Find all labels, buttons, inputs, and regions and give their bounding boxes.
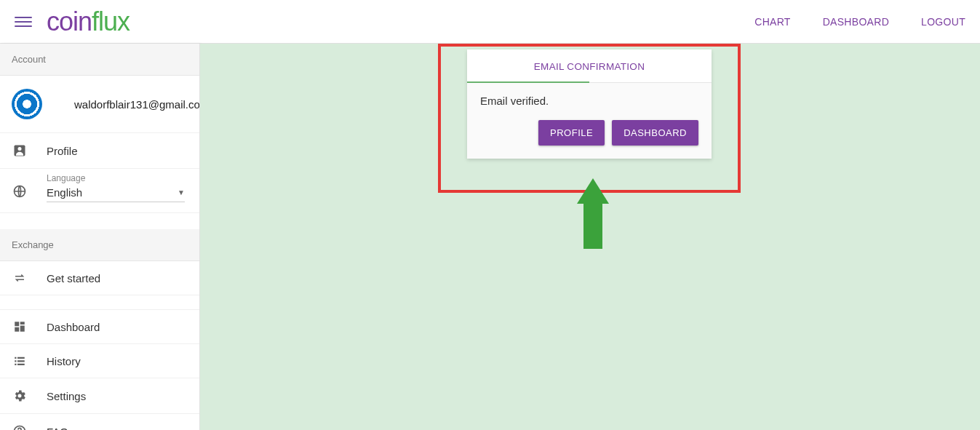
svg-rect-9 <box>15 360 16 362</box>
language-block: Language English ▼ <box>0 169 199 213</box>
sidebar-label-settings: Settings <box>47 390 86 402</box>
help-icon <box>12 424 28 430</box>
top-nav: CHART DASHBOARD LOGOUT <box>754 16 965 28</box>
language-field-label: Language <box>47 173 188 183</box>
svg-rect-8 <box>17 357 25 359</box>
card-actions: PROFILE DASHBOARD <box>480 120 698 146</box>
logo-part1: coin <box>47 7 92 36</box>
language-icon-row <box>0 209 199 229</box>
language-value: English <box>47 186 82 199</box>
svg-rect-7 <box>15 357 16 359</box>
swap-icon <box>12 271 28 284</box>
sidebar: Account waldorfblair131@gmail.com Profil… <box>0 44 200 430</box>
nav-chart-link[interactable]: CHART <box>754 16 790 28</box>
sidebar-item-profile[interactable]: Profile <box>0 133 199 169</box>
nav-logout-link[interactable]: LOGOUT <box>921 16 965 28</box>
sidebar-label-dashboard: Dashboard <box>47 321 100 333</box>
email-confirmation-card: EMAIL CONFIRMATION Email verified. PROFI… <box>467 49 712 159</box>
sidebar-account-row[interactable]: waldorfblair131@gmail.com <box>0 76 199 133</box>
gear-icon <box>12 389 28 403</box>
logo[interactable]: coinflux <box>47 7 130 37</box>
svg-point-1 <box>18 147 22 151</box>
sidebar-section-account: Account <box>0 44 199 76</box>
sidebar-section-exchange: Exchange <box>0 229 199 261</box>
sidebar-label-profile: Profile <box>47 145 78 157</box>
chevron-down-icon: ▼ <box>178 188 185 196</box>
sidebar-label-faq: FAQ <box>47 426 68 431</box>
menu-toggle-button[interactable] <box>15 13 32 31</box>
sidebar-item-dashboard[interactable]: Dashboard <box>0 310 199 344</box>
sidebar-item-history[interactable]: History <box>0 344 199 378</box>
card-message: Email verified. <box>480 95 698 107</box>
sidebar-item-get-started[interactable]: Get started <box>0 261 199 295</box>
annotation-arrow <box>577 178 609 251</box>
sidebar-label-history: History <box>47 355 81 367</box>
svg-rect-10 <box>17 360 25 362</box>
sidebar-item-faq[interactable]: FAQ <box>0 414 199 430</box>
dashboard-icon <box>12 320 28 333</box>
card-tab-email-confirmation[interactable]: EMAIL CONFIRMATION <box>467 49 712 83</box>
language-select[interactable]: English ▼ <box>47 186 185 202</box>
svg-rect-11 <box>15 364 16 365</box>
topbar: coinflux CHART DASHBOARD LOGOUT <box>0 0 980 44</box>
globe-icon <box>12 184 28 199</box>
sidebar-label-get-started: Get started <box>47 272 100 284</box>
person-icon <box>12 143 28 158</box>
dashboard-button[interactable]: DASHBOARD <box>612 120 698 146</box>
list-icon <box>12 354 28 367</box>
logo-part2: flux <box>92 7 130 36</box>
profile-button[interactable]: PROFILE <box>538 120 605 146</box>
svg-rect-12 <box>17 364 25 365</box>
card-body: Email verified. PROFILE DASHBOARD <box>467 83 712 159</box>
avatar-icon <box>12 89 42 119</box>
svg-rect-3 <box>15 322 19 326</box>
sidebar-item-settings[interactable]: Settings <box>0 378 199 414</box>
account-email: waldorfblair131@gmail.com <box>74 98 200 111</box>
svg-rect-5 <box>20 326 25 332</box>
svg-rect-6 <box>15 327 19 332</box>
main-area: EMAIL CONFIRMATION Email verified. PROFI… <box>200 44 980 430</box>
svg-rect-4 <box>20 322 25 325</box>
nav-dashboard-link[interactable]: DASHBOARD <box>823 16 889 28</box>
